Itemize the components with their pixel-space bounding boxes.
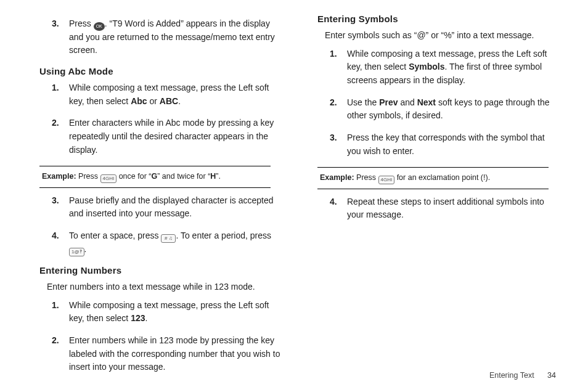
symbols-intro: Enter symbols such as “@” or “%” into a … [325,29,558,43]
example-label: Example: [320,173,354,182]
key-4-icon: 4GHI [378,176,395,184]
text: . [178,96,181,106]
step-num-2: 2. Enter numbers while in 123 mode by pr… [52,334,280,374]
heading-numbers: Entering Numbers [39,265,280,276]
ok-key-icon: OK [94,22,105,31]
step-number: 3. [52,194,69,221]
text: ” and twice for “ [157,172,210,181]
step-sym-3: 3. Press the key that corresponds with t… [330,131,558,158]
step-number: 2. [52,334,69,374]
bold-123: 123 [131,313,145,323]
step-body: Enter characters while in Abc mode by pr… [69,116,280,157]
bold-prev: Prev [379,97,398,107]
step-sym-2: 2. Use the Prev and Next soft keys to pa… [330,96,558,123]
step-t9-3: 3. Press OK. “T9 Word is Added” appears … [52,17,280,57]
text: Press [354,173,378,182]
page-footer: Entering Text 34 [489,371,556,380]
bold-abc-upper: ABC [160,96,178,106]
page-number: 34 [547,371,556,380]
step-number: 3. [330,131,347,158]
example-label: Example: [42,172,76,181]
section-name: Entering Text [489,371,534,380]
step-body: While composing a text message, press th… [69,299,280,325]
example-symbols: Example: Press 4GHI for an exclamation p… [317,167,549,189]
one-key-icon: 1@‽ [69,248,84,256]
example-abc: Example: Press 4GHI once for “G” and twi… [39,166,271,188]
step-number: 1. [52,299,69,325]
bold-g: G [151,172,157,181]
numbers-intro: Enter numbers into a text message while … [47,280,280,294]
heading-symbols: Entering Symbols [317,14,558,24]
columns: 3. Press OK. “T9 Word is Added” appears … [30,14,558,383]
step-number: 2. [330,96,347,123]
hash-key-icon: # ♫ [161,234,176,243]
text: Press [69,18,94,28]
text: ”. [216,172,221,181]
text: for an exclamation point (!). [394,173,490,182]
step-body: Press the key that corresponds with the … [347,131,558,158]
step-body: Use the Prev and Next soft keys to page … [347,96,558,123]
step-abc-1: 1. While composing a text message, press… [52,81,280,108]
step-body: While composing a text message, press th… [69,81,280,108]
manual-page: 3. Press OK. “T9 Word is Added” appears … [0,0,588,392]
heading-abc-mode: Using Abc Mode [39,66,280,76]
bold-symbols: Symbols [409,62,444,71]
step-body: Pause briefly and the displayed characte… [69,194,280,221]
step-body: To enter a space, press # ♫. To enter a … [69,229,280,256]
text: To enter a space, press [69,231,161,240]
step-abc-3: 3. Pause briefly and the displayed chara… [52,194,280,221]
text: Press [76,172,100,181]
step-body: Press OK. “T9 Word is Added” appears in … [69,17,280,57]
text: While composing a text message, press th… [69,300,269,324]
left-column: 3. Press OK. “T9 Word is Added” appears … [30,14,280,383]
step-body: Enter numbers while in 123 mode by press… [69,334,280,374]
step-number: 4. [52,229,69,256]
step-abc-4: 4. To enter a space, press # ♫. To enter… [52,229,280,256]
step-abc-2: 2. Enter characters while in Abc mode by… [52,116,280,157]
bold-next: Next [417,97,436,107]
step-number: 1. [330,47,347,88]
step-num-1: 1. While composing a text message, press… [52,299,280,325]
step-number: 3. [52,17,69,57]
text: Use the [347,97,379,107]
text: once for “ [116,172,151,181]
text: or [147,96,160,106]
step-sym-4: 4. Repeat these steps to insert addition… [330,195,558,222]
right-column: Entering Symbols Enter symbols such as “… [308,14,558,383]
step-number: 4. [330,195,347,222]
key-4-icon: 4GHI [100,174,117,183]
text: . [84,244,87,254]
text: and [398,97,417,107]
text: . To enter a period, press [176,231,271,240]
step-number: 2. [52,116,69,157]
step-sym-1: 1. While composing a text message, press… [330,47,558,88]
bold-h: H [210,172,216,181]
step-body: Repeat these steps to insert additional … [347,195,558,222]
text: . [145,313,148,323]
bold-abc: Abc [131,96,147,106]
step-body: While composing a text message, press th… [347,47,558,88]
step-number: 1. [52,81,69,108]
